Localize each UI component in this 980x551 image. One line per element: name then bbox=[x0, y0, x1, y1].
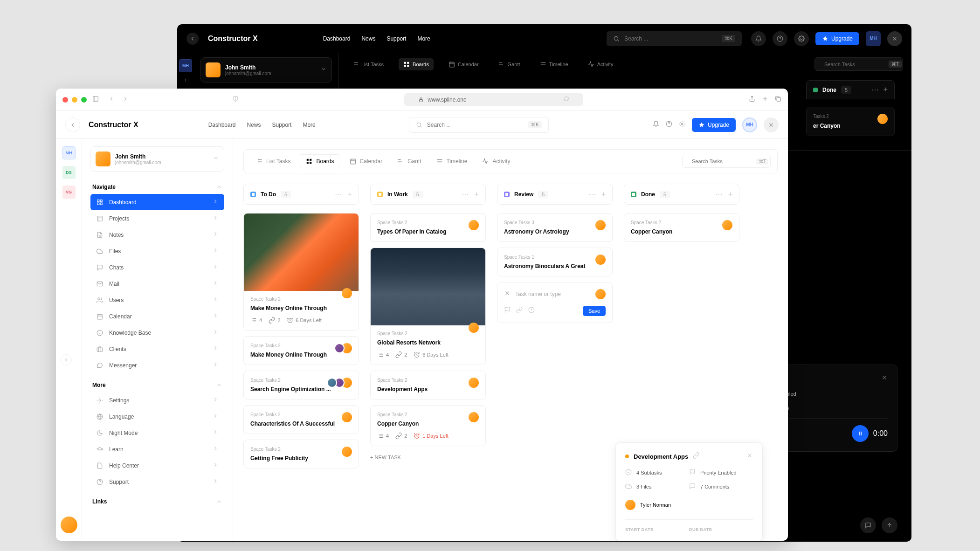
url-bar[interactable]: www.spline.one bbox=[404, 93, 583, 106]
up-button[interactable] bbox=[882, 517, 897, 533]
sidebar-item-chats[interactable]: Chats bbox=[90, 259, 224, 276]
maximize-light[interactable] bbox=[81, 97, 87, 103]
nav-dashboard[interactable]: Dashboard bbox=[208, 122, 236, 128]
workspace-mh[interactable]: MH bbox=[62, 146, 76, 159]
save-button[interactable]: Save bbox=[583, 306, 606, 316]
sidebar-item-projects[interactable]: Projects bbox=[90, 210, 224, 227]
task-card[interactable]: Space Tasks 2Getting Free Publicity bbox=[243, 440, 359, 468]
sidebar-item-mail[interactable]: Mail bbox=[90, 276, 224, 292]
add-icon[interactable]: + bbox=[728, 190, 732, 199]
minimize-light[interactable] bbox=[72, 97, 77, 103]
sidebar-item-settings[interactable]: Settings bbox=[90, 392, 224, 408]
tab-gantt[interactable]: Gantt bbox=[392, 155, 427, 168]
bell-button[interactable] bbox=[751, 31, 766, 46]
new-task-button[interactable]: + NEW TASK bbox=[370, 452, 486, 463]
back-button[interactable] bbox=[186, 33, 199, 45]
task-card[interactable]: Space Tasks 3Astronomy Or Astrology bbox=[497, 213, 613, 242]
chat-button[interactable] bbox=[860, 517, 876, 533]
task-card[interactable]: Space Tasks 2Search Engine Optimization … bbox=[243, 371, 359, 399]
nav-dashboard[interactable]: Dashboard bbox=[323, 35, 351, 42]
more-icon[interactable]: ⋯ bbox=[588, 190, 596, 199]
sidebar-user-card[interactable]: John Smith johnsmith@gmail.com bbox=[90, 146, 224, 172]
settings-button[interactable] bbox=[679, 121, 685, 129]
add-icon[interactable]: + bbox=[883, 85, 888, 94]
tasks-search-input[interactable] bbox=[692, 158, 756, 164]
close-button[interactable] bbox=[764, 117, 779, 132]
close-light[interactable] bbox=[62, 97, 68, 103]
browser-back[interactable] bbox=[108, 96, 115, 104]
sidebar-item-knowledge-base[interactable]: Knowledge Base bbox=[90, 324, 224, 341]
browser-forward[interactable] bbox=[122, 96, 129, 104]
task-input-placeholder[interactable]: Task name or type bbox=[515, 291, 591, 297]
sidebar-item-notes[interactable]: Notes bbox=[90, 227, 224, 243]
sidebar-item-users[interactable]: Users bbox=[90, 292, 224, 308]
tab-gantt[interactable]: Gantt bbox=[494, 58, 525, 70]
tab-calendar[interactable]: Calendar bbox=[444, 58, 483, 70]
more-icon[interactable]: ⋯ bbox=[335, 190, 342, 199]
task-card[interactable]: Space Tasks 2Types Of Paper In Catalog bbox=[370, 213, 486, 242]
sidebar-item-files[interactable]: Files bbox=[90, 243, 224, 259]
flag-icon[interactable] bbox=[504, 307, 511, 315]
add-icon[interactable]: + bbox=[475, 190, 479, 199]
search-box[interactable]: ⌘K bbox=[607, 31, 742, 46]
close-popup[interactable] bbox=[881, 374, 888, 383]
settings-button[interactable] bbox=[794, 31, 809, 46]
tab-activity[interactable]: Activity bbox=[476, 155, 516, 168]
nav-more[interactable]: More bbox=[303, 122, 315, 128]
task-card[interactable]: Space Tasks 1Astronomy Binoculars A Grea… bbox=[497, 248, 613, 276]
link-icon[interactable] bbox=[693, 452, 699, 461]
sidebar-item-help-center[interactable]: Help Center bbox=[90, 457, 224, 474]
nav-more[interactable]: More bbox=[417, 35, 430, 42]
upgrade-button[interactable]: Upgrade bbox=[815, 32, 859, 45]
more-icon[interactable]: ⋯ bbox=[462, 190, 469, 199]
task-card[interactable]: Space Tasks 2Global Resorts Network426 D… bbox=[370, 248, 486, 365]
task-card[interactable]: Space Tasks 2Make Money Online Through42… bbox=[243, 213, 359, 331]
app-search-input[interactable] bbox=[427, 122, 528, 128]
plus-icon[interactable] bbox=[762, 96, 768, 104]
tabs-icon[interactable] bbox=[775, 96, 781, 104]
nav-news[interactable]: News bbox=[247, 122, 261, 128]
sidebar-toggle-icon[interactable] bbox=[92, 96, 99, 104]
collapse-sidebar[interactable] bbox=[61, 354, 72, 365]
sidebar-item-calendar[interactable]: Calendar bbox=[90, 308, 224, 324]
search-input[interactable] bbox=[624, 35, 722, 42]
sidebar-item-messenger[interactable]: Messenger bbox=[90, 357, 224, 373]
reload-icon[interactable] bbox=[564, 96, 569, 103]
bell-button[interactable] bbox=[653, 121, 659, 129]
upgrade-button[interactable]: Upgrade bbox=[692, 118, 736, 132]
workspace-badge[interactable]: MH bbox=[179, 59, 192, 72]
task-card[interactable]: Space Tasks 2Make Money Online Through bbox=[243, 336, 359, 365]
shield-icon[interactable] bbox=[232, 96, 239, 104]
add-icon[interactable]: + bbox=[348, 190, 352, 199]
sidebar-item-language[interactable]: Language bbox=[90, 408, 224, 425]
task-card[interactable]: Space Tasks 2Development Apps bbox=[370, 371, 486, 399]
tab-timeline[interactable]: Timeline bbox=[535, 58, 573, 70]
add-workspace[interactable]: + bbox=[184, 77, 187, 83]
rail-avatar[interactable] bbox=[61, 517, 77, 533]
section-navigate[interactable]: Navigate bbox=[90, 180, 224, 194]
workspace-vg[interactable]: VG bbox=[62, 186, 76, 199]
sidebar-item-dashboard[interactable]: Dashboard bbox=[90, 194, 224, 210]
sidebar-item-clients[interactable]: Clients bbox=[90, 341, 224, 357]
section-more[interactable]: More bbox=[90, 378, 224, 392]
sidebar-item-support[interactable]: Support bbox=[90, 474, 224, 490]
user-card[interactable]: John Smith johnsmith@gmail.com bbox=[200, 57, 332, 83]
user-avatar-badge[interactable]: MH bbox=[742, 117, 757, 132]
nav-news[interactable]: News bbox=[361, 35, 375, 42]
task-card[interactable]: Space Tasks 2Copper Canyon bbox=[624, 213, 739, 242]
dark-task-card[interactable]: Tasks 2 er Canyon bbox=[806, 107, 895, 136]
app-search[interactable]: ⌘K bbox=[409, 117, 549, 133]
user-avatar-badge[interactable]: MH bbox=[866, 31, 881, 46]
pause-button[interactable] bbox=[852, 425, 869, 442]
section-links[interactable]: Links bbox=[90, 495, 224, 509]
tasks-search[interactable]: ⌘T bbox=[682, 155, 771, 168]
add-icon[interactable]: + bbox=[601, 190, 606, 199]
close-popup[interactable] bbox=[746, 452, 753, 461]
share-icon[interactable] bbox=[749, 96, 755, 104]
link-icon[interactable] bbox=[516, 307, 523, 315]
help-button[interactable] bbox=[773, 31, 787, 46]
tab-boards[interactable]: Boards bbox=[300, 154, 340, 168]
cancel-task-input[interactable] bbox=[504, 290, 511, 298]
help-button[interactable] bbox=[666, 121, 672, 129]
app-back[interactable] bbox=[65, 117, 80, 132]
